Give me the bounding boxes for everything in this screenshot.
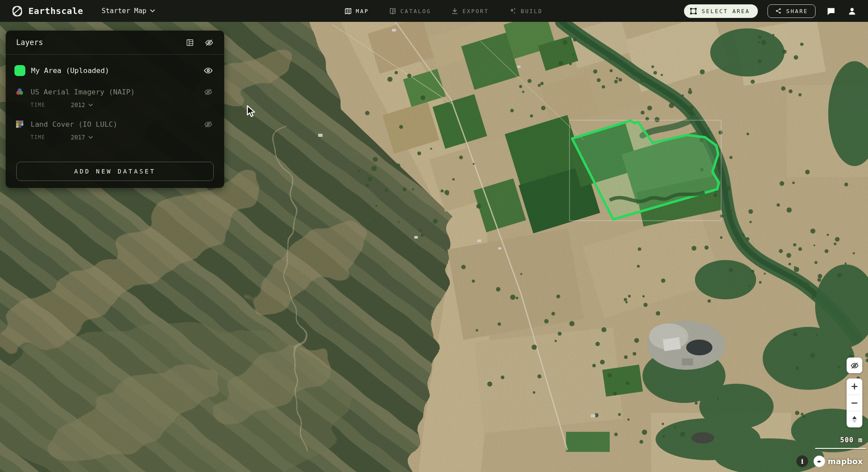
select-area-icon bbox=[689, 7, 698, 15]
legend-table-icon[interactable] bbox=[186, 38, 194, 47]
header-actions: SELECT AREA SHARE bbox=[684, 0, 858, 22]
catalog-icon bbox=[389, 7, 396, 15]
earthscale-logo-icon bbox=[11, 5, 23, 17]
eye-off-icon bbox=[204, 120, 213, 129]
share-button[interactable]: SHARE bbox=[767, 4, 816, 18]
app: Earthscale Starter Map MAP bbox=[0, 0, 868, 472]
nav-build[interactable]: BUILD bbox=[509, 7, 542, 15]
nav-export[interactable]: EXPORT bbox=[451, 7, 489, 15]
eye-icon bbox=[204, 66, 213, 75]
chat-bubble-icon bbox=[826, 7, 836, 16]
build-sparkles-icon bbox=[509, 7, 517, 15]
eye-off-icon bbox=[204, 87, 213, 97]
compass-pitch-button[interactable] bbox=[847, 411, 862, 427]
layer-row-my-area[interactable]: My Area (Uploaded) bbox=[6, 65, 224, 76]
share-label: SHARE bbox=[786, 8, 808, 14]
brand[interactable]: Earthscale bbox=[11, 5, 83, 17]
nav-catalog-label: CATALOG bbox=[400, 8, 431, 14]
chevron-down-icon bbox=[88, 104, 93, 107]
map-title-dropdown[interactable]: Starter Map bbox=[101, 7, 155, 15]
layer-visibility-toggle[interactable] bbox=[204, 66, 213, 75]
share-icon bbox=[775, 7, 782, 14]
layer-row-naip[interactable]: US Aerial Imagery (NAIP) bbox=[6, 87, 224, 97]
landcover-time-row: TIME 2017 bbox=[6, 134, 224, 141]
scale-text: 500 m bbox=[834, 436, 863, 444]
chevron-down-icon bbox=[150, 9, 155, 13]
time-value: 2017 bbox=[71, 134, 85, 141]
landcover-time-select[interactable]: 2017 bbox=[71, 134, 93, 141]
time-label: TIME bbox=[31, 102, 71, 108]
naip-time-row: TIME 2012 bbox=[6, 101, 224, 108]
nav-map-label: MAP bbox=[356, 8, 369, 14]
layer-name: Land Cover (IO LULC) bbox=[31, 120, 118, 128]
time-label: TIME bbox=[31, 134, 71, 140]
layer-visibility-toggle[interactable] bbox=[204, 120, 213, 129]
nav-build-label: BUILD bbox=[521, 8, 542, 14]
eye-off-icon bbox=[850, 361, 859, 370]
layer-visibility-toggle[interactable] bbox=[204, 87, 213, 97]
select-area-button[interactable]: SELECT AREA bbox=[684, 4, 758, 18]
add-new-dataset-button[interactable]: ADD NEW DATASET bbox=[16, 162, 214, 181]
layer-name: US Aerial Imagery (NAIP) bbox=[31, 88, 135, 96]
nav-map[interactable]: MAP bbox=[344, 7, 369, 15]
chevron-down-icon bbox=[88, 136, 93, 139]
select-area-label: SELECT AREA bbox=[702, 8, 750, 14]
layer-row-landcover[interactable]: Land Cover (IO LULC) bbox=[6, 119, 224, 129]
scale-bar bbox=[815, 448, 866, 449]
zoom-in-button[interactable]: + bbox=[847, 378, 862, 395]
divider bbox=[6, 54, 224, 55]
landcover-mosaic-icon bbox=[14, 119, 25, 129]
account-button[interactable] bbox=[846, 5, 858, 17]
compass-needle-icon bbox=[851, 416, 858, 423]
attribution: i mapbox bbox=[796, 455, 863, 467]
export-download-icon bbox=[451, 7, 458, 15]
zoom-out-button[interactable]: − bbox=[847, 395, 862, 411]
rgb-imagery-icon bbox=[14, 87, 25, 97]
nav-export-label: EXPORT bbox=[462, 8, 489, 14]
brand-name: Earthscale bbox=[28, 6, 83, 16]
layers-title: Layers bbox=[16, 38, 43, 47]
feedback-chat-button[interactable] bbox=[825, 5, 837, 17]
person-icon bbox=[847, 7, 857, 16]
map-visibility-toggle-button[interactable] bbox=[847, 357, 862, 373]
layer-swatch bbox=[14, 65, 25, 76]
mapbox-wordmark: mapbox bbox=[828, 457, 863, 466]
map-icon bbox=[344, 7, 352, 15]
info-button[interactable]: i bbox=[796, 455, 808, 467]
mapbox-icon bbox=[813, 455, 825, 467]
zoom-controls: + − bbox=[847, 378, 862, 427]
mapbox-logo[interactable]: mapbox bbox=[813, 455, 863, 467]
time-value: 2012 bbox=[71, 101, 85, 108]
naip-time-select[interactable]: 2012 bbox=[71, 101, 93, 108]
layers-panel-header: Layers bbox=[6, 31, 224, 54]
map-title-text: Starter Map bbox=[101, 7, 146, 15]
layer-name: My Area (Uploaded) bbox=[31, 66, 109, 75]
nav-catalog[interactable]: CATALOG bbox=[389, 7, 431, 15]
top-bar: Earthscale Starter Map MAP bbox=[0, 0, 868, 22]
layers-panel: Layers My Area (Uploaded) bbox=[6, 31, 224, 188]
main-nav: MAP CATALOG EXPORT bbox=[344, 0, 543, 22]
hide-all-layers-eye-off-icon[interactable] bbox=[205, 38, 214, 47]
